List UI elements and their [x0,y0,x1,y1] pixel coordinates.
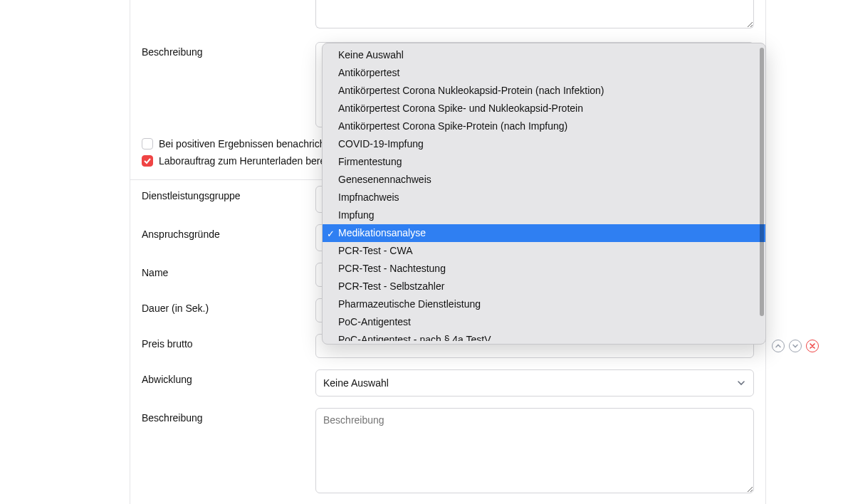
dropdown-option-label: Medikationsanalyse [338,227,426,238]
label-name: Name [142,263,315,278]
row-actions [772,340,819,352]
dropdown-option-label: PoC-Antigentest [338,316,411,327]
move-down-button[interactable] [789,340,802,352]
label-anspruchsgruende: Anspruchsgründe [142,224,315,240]
dropdown-option[interactable]: ✓Medikationsanalyse [323,224,765,242]
row-abwicklung: Abwicklung Keine Auswahl [130,364,765,402]
chevron-down-icon [736,378,746,388]
label-beschreibung-1: Beschreibung [142,42,315,58]
label-notify: Bei positiven Ergebnissen benachrichtige… [159,138,347,149]
dropdown-option[interactable]: PoC-Antigentest [323,313,765,331]
dropdown-option-label: Pharmazeutische Dienstleistung [338,298,481,310]
dropdown-option-label: PoC-Antigentest - nach § 4a TestV [338,334,491,341]
dropdown-option-label: COVID-19-Impfung [338,138,424,149]
dropdown-scrollbar[interactable] [758,48,764,340]
dropdown-option-label: PCR-Test - Selbstzahler [338,280,444,292]
dropdown-option-label: Antikörpertest Corona Spike- und Nukleok… [338,103,583,114]
move-up-button[interactable] [772,340,785,352]
dropdown-option[interactable]: Antikörpertest [323,64,765,82]
dropdown-scrollbar-thumb[interactable] [760,48,764,316]
delete-button[interactable] [806,340,819,352]
dropdown-option-label: PCR-Test - Nachtestung [338,263,446,274]
dropdown-option-label: PCR-Test - CWA [338,245,412,256]
dropdown-option-label: Firmentestung [338,156,402,167]
select-abwicklung-value: Keine Auswahl [323,377,389,389]
dropdown-option[interactable]: PCR-Test - CWA [323,242,765,260]
checkbox-labor[interactable] [142,155,153,167]
dropdown-option[interactable]: Pharmazeutische Dienstleistung [323,295,765,313]
check-icon: ✓ [327,226,335,241]
upper-textarea-row [130,0,765,36]
label-beschreibung-2: Beschreibung [142,408,315,424]
dropdown-option[interactable]: COVID-19-Impfung [323,135,765,153]
dropdown-option[interactable]: PoC-Antigentest - nach § 4a TestV [323,331,765,341]
dropdown-option[interactable]: Keine Auswahl [323,46,765,64]
dropdown-option-label: Keine Auswahl [338,49,404,61]
dropdown-list: Keine AuswahlAntikörpertestAntikörpertes… [323,46,765,341]
label-dienstleistungsgruppe: Dienstleistungsgruppe [142,186,315,201]
dropdown-option-label: Impfnachweis [338,191,399,203]
dropdown-option[interactable]: Antikörpertest Corona Spike- und Nukleok… [323,100,765,117]
label-preis: Preis brutto [142,334,315,350]
upper-textarea[interactable] [315,0,754,28]
dropdown-option[interactable]: Impfnachweis [323,189,765,206]
label-dauer: Dauer (in Sek.) [142,298,315,314]
dropdown-option-label: Antikörpertest Corona Nukleokapsid-Prote… [338,85,604,96]
dropdown-option[interactable]: PCR-Test - Nachtestung [323,260,765,278]
dropdown-option[interactable]: Antikörpertest Corona Nukleokapsid-Prote… [323,82,765,100]
row-beschreibung-2: Beschreibung [130,402,765,504]
dropdown-option[interactable]: Antikörpertest Corona Spike-Protein (nac… [323,117,765,135]
dropdown-option-label: Impfung [338,209,375,221]
dropdown-option-label: Antikörpertest Corona Spike-Protein (nac… [338,120,567,132]
dropdown-option[interactable]: PCR-Test - Selbstzahler [323,278,765,295]
dropdown-option[interactable]: Impfung [323,206,765,224]
dropdown-option-label: Antikörpertest [338,67,399,78]
dropdown-dienstleistungsgruppe[interactable]: Keine AuswahlAntikörpertestAntikörpertes… [322,43,766,345]
dropdown-option[interactable]: Firmentestung [323,153,765,171]
textarea-beschreibung-2[interactable] [315,408,754,493]
label-abwicklung: Abwicklung [142,369,315,385]
dropdown-option-label: Genesenennachweis [338,174,431,185]
dropdown-option[interactable]: Genesenennachweis [323,171,765,189]
select-abwicklung[interactable]: Keine Auswahl [315,369,754,397]
checkbox-notify[interactable] [142,138,153,149]
